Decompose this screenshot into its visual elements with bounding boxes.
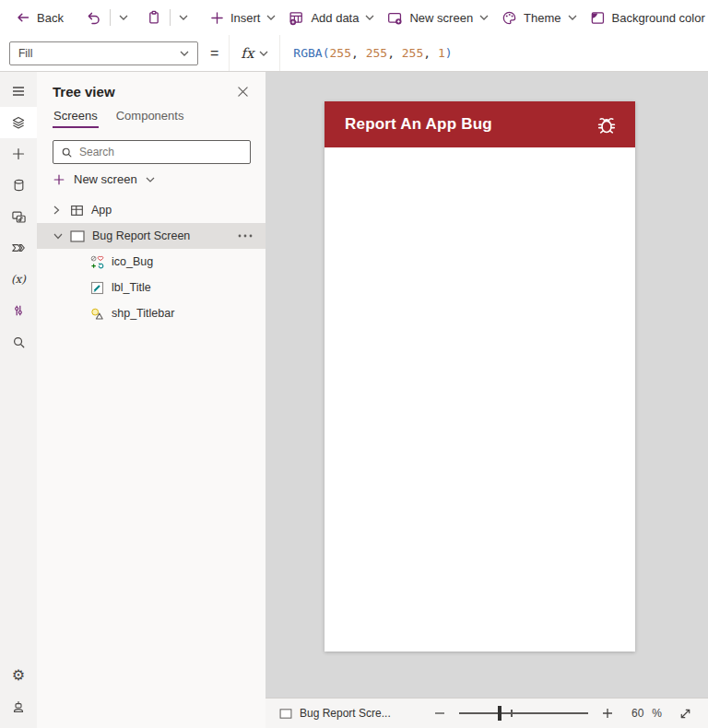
tree-item-lbl-title[interactable]: lbl_Title bbox=[37, 275, 266, 300]
new-screen-button[interactable]: New screen bbox=[381, 4, 495, 31]
background-color-button[interactable]: Background color bbox=[584, 4, 708, 31]
design-canvas[interactable]: Report An App Bug bbox=[266, 72, 708, 698]
fit-to-window-icon[interactable] bbox=[677, 707, 694, 721]
insert-button[interactable]: Insert bbox=[204, 4, 283, 31]
screen-breadcrumb[interactable]: Bug Report Scre... bbox=[279, 707, 391, 720]
zoom-slider[interactable] bbox=[459, 706, 588, 721]
theme-button[interactable]: Theme bbox=[495, 4, 583, 31]
panel-tabs: Screens Components bbox=[37, 105, 266, 129]
undo-menu-button[interactable] bbox=[112, 4, 135, 31]
fx-icon: fx bbox=[241, 45, 254, 62]
add-data-table-icon bbox=[289, 10, 304, 26]
tree-item-ico-bug[interactable]: ico_Bug bbox=[37, 249, 266, 275]
canvas-stage: Report An App Bug Bug Report Scre... bbox=[266, 72, 708, 728]
panel-title: Tree view bbox=[53, 84, 235, 100]
paste-button[interactable] bbox=[140, 4, 168, 31]
add-data-button[interactable]: Add data bbox=[282, 4, 381, 31]
status-bar: Bug Report Scre... 60% bbox=[266, 698, 708, 728]
more-options-icon[interactable] bbox=[234, 234, 266, 238]
tab-components[interactable]: Components bbox=[115, 105, 185, 128]
advanced-tools-rail-button[interactable] bbox=[0, 295, 37, 326]
app-screen-preview[interactable]: Report An App Bug bbox=[324, 101, 635, 652]
app-title-label[interactable]: Report An App Bug bbox=[345, 115, 595, 134]
advanced-tools-icon bbox=[11, 303, 26, 318]
bug-icon[interactable] bbox=[595, 112, 619, 136]
breadcrumb-label: Bug Report Scre... bbox=[300, 707, 391, 720]
close-panel-button[interactable] bbox=[235, 84, 251, 100]
chevron-down-icon bbox=[568, 15, 577, 20]
app-titlebar-shape[interactable]: Report An App Bug bbox=[324, 101, 635, 147]
hamburger-menu-button[interactable] bbox=[0, 76, 37, 107]
power-automate-icon bbox=[11, 241, 26, 255]
theme-palette-icon bbox=[502, 10, 517, 26]
chevron-down-icon[interactable] bbox=[53, 233, 63, 240]
screen-icon bbox=[70, 230, 85, 242]
power-automate-rail-button[interactable] bbox=[0, 232, 37, 264]
chevron-right-icon[interactable] bbox=[53, 205, 63, 215]
tree-view-panel: Tree view Screens Components New screen … bbox=[37, 72, 266, 728]
tree-item-app[interactable]: App bbox=[37, 197, 266, 223]
tab-screens[interactable]: Screens bbox=[53, 105, 99, 128]
virtual-agent-bot-icon bbox=[11, 699, 26, 714]
equals-sign: = bbox=[210, 45, 218, 62]
new-screen-icon bbox=[387, 10, 403, 26]
insert-label: Insert bbox=[230, 11, 261, 25]
screen-icon bbox=[279, 709, 292, 719]
tree-item-label: lbl_Title bbox=[112, 281, 151, 294]
media-rail-button[interactable] bbox=[0, 201, 37, 232]
search-icon bbox=[12, 335, 26, 349]
tree-view-layers-icon bbox=[11, 115, 26, 130]
clipboard-paste-icon bbox=[147, 10, 161, 25]
settings-gear-icon: ⚙ bbox=[12, 668, 25, 683]
rail-spacer bbox=[0, 358, 37, 660]
property-selector[interactable]: Fill bbox=[9, 41, 198, 65]
new-screen-label: New screen bbox=[409, 11, 473, 25]
chevron-down-icon bbox=[146, 177, 155, 182]
hamburger-menu-icon bbox=[11, 84, 26, 99]
background-color-label: Background color bbox=[612, 11, 705, 25]
tree-view-rail-button[interactable] bbox=[0, 107, 37, 138]
screens-tree: App Bug Report Screen ico_Bug lbl_Title … bbox=[37, 197, 266, 326]
data-cylinder-icon bbox=[12, 178, 26, 193]
paste-menu-button[interactable] bbox=[172, 4, 195, 31]
zoom-slider-handle[interactable] bbox=[498, 706, 502, 721]
back-button[interactable]: Back bbox=[9, 4, 70, 31]
zoom-in-button[interactable] bbox=[600, 708, 615, 719]
zoom-out-button[interactable] bbox=[432, 708, 447, 719]
app-icon bbox=[70, 204, 84, 217]
media-icon bbox=[11, 209, 27, 225]
chevron-down-icon bbox=[266, 15, 276, 20]
label-control-icon bbox=[90, 281, 104, 295]
tree-item-label: App bbox=[91, 204, 112, 217]
plus-icon bbox=[210, 11, 224, 25]
search-input[interactable] bbox=[79, 146, 242, 159]
variables-rail-button[interactable]: (x) bbox=[0, 264, 37, 295]
shape-control-icon bbox=[90, 307, 104, 321]
zoom-unit: % bbox=[652, 707, 662, 720]
chevron-down-icon bbox=[479, 15, 489, 20]
tree-item-bug-report-screen[interactable]: Bug Report Screen bbox=[37, 223, 266, 249]
fx-button[interactable]: fx bbox=[229, 35, 280, 71]
tree-search-box bbox=[53, 140, 251, 164]
data-rail-button[interactable] bbox=[0, 170, 37, 201]
undo-icon bbox=[86, 10, 101, 26]
chevron-down-icon bbox=[365, 15, 374, 20]
chevron-down-icon bbox=[179, 15, 188, 20]
chevron-down-icon bbox=[180, 51, 189, 56]
new-screen-label: New screen bbox=[74, 172, 137, 186]
new-screen-panel-button[interactable]: New screen bbox=[53, 172, 251, 186]
tree-item-label: shp_Titlebar bbox=[112, 307, 174, 320]
insert-rail-button[interactable] bbox=[0, 138, 37, 170]
virtual-agent-rail-button[interactable] bbox=[0, 691, 37, 722]
add-data-label: Add data bbox=[311, 11, 359, 25]
zoom-controls: 60% bbox=[432, 706, 694, 721]
plus-icon bbox=[53, 173, 65, 186]
tree-item-label: Bug Report Screen bbox=[92, 229, 227, 242]
settings-rail-button[interactable]: ⚙ bbox=[0, 660, 37, 691]
formula-input[interactable]: RGBA(255, 255, 255, 1) bbox=[293, 46, 452, 60]
search-rail-button[interactable] bbox=[0, 326, 37, 358]
undo-button[interactable] bbox=[79, 4, 108, 31]
insert-plus-icon bbox=[11, 147, 26, 161]
tree-item-shp-titlebar[interactable]: shp_Titlebar bbox=[37, 300, 266, 326]
chevron-down-icon bbox=[119, 15, 128, 20]
